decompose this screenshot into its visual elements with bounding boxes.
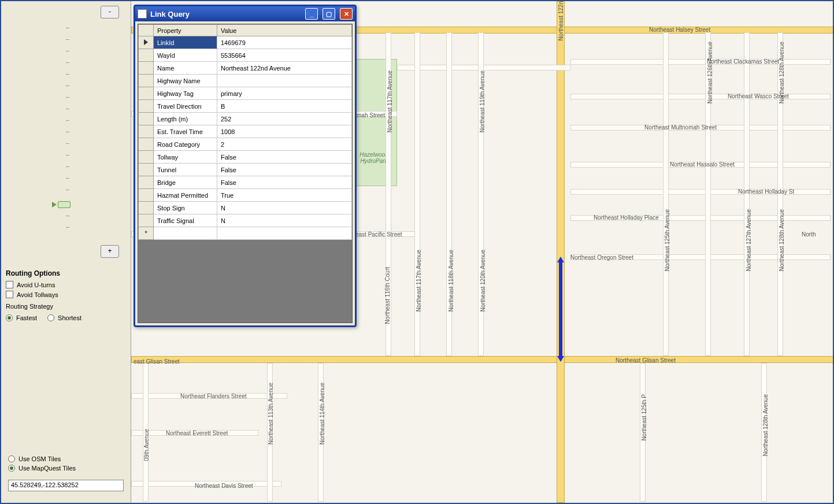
cell-property[interactable]: Est. Travel Time [154, 125, 217, 138]
row-header[interactable] [139, 214, 154, 227]
row-header[interactable]: * [139, 227, 154, 240]
cell-property[interactable]: Length (m) [154, 113, 217, 125]
cell-value[interactable]: N [217, 202, 352, 214]
street-label: Northeast 122n [558, 1, 564, 40]
avoid-tollways-row[interactable]: Avoid Tollways [6, 291, 126, 298]
grid-row[interactable]: Travel DirectionB [139, 100, 352, 113]
cell-property[interactable]: Highway Tag [154, 87, 217, 100]
grid-row[interactable]: Est. Travel Time1008 [139, 125, 352, 138]
zoom-slider-track[interactable] [60, 22, 72, 242]
radio-icon[interactable] [47, 314, 54, 321]
dialog-titlebar[interactable]: Link Query _ ▢ ✕ [135, 6, 355, 21]
cell-value[interactable]: 1469679 [217, 36, 352, 49]
property-grid[interactable]: Property Value LinkId1469679WayId5535664… [138, 24, 353, 323]
cell-value[interactable]: 2 [217, 138, 352, 151]
cell-property[interactable]: Highway Name [154, 75, 217, 87]
grid-row[interactable]: Road Category2 [139, 138, 352, 151]
grid-new-row[interactable]: * [139, 227, 352, 240]
col-property[interactable]: Property [154, 25, 217, 36]
cell-value[interactable]: False [217, 176, 352, 189]
row-header[interactable] [139, 87, 154, 100]
grid-row[interactable]: Hazmat PermittedTrue [139, 189, 352, 202]
grid-row[interactable]: Length (m)252 [139, 113, 352, 125]
row-header[interactable] [139, 151, 154, 164]
cell-property[interactable] [154, 227, 217, 240]
strategy-shortest-row[interactable]: Shortest [47, 314, 81, 321]
cell-property[interactable]: Bridge [154, 176, 217, 189]
shortest-label: Shortest [58, 314, 81, 321]
cell-property[interactable]: WayId [154, 49, 217, 62]
radio-icon[interactable] [8, 465, 15, 472]
radio-icon[interactable] [8, 455, 15, 462]
zoom-in-button[interactable]: + [101, 245, 119, 258]
coordinates-field[interactable]: 45.528249,-122.538252 [8, 480, 124, 491]
checkbox-icon[interactable] [6, 291, 13, 298]
grid-corner[interactable] [139, 25, 154, 36]
grid-row[interactable]: Highway Tagprimary [139, 87, 352, 100]
maximize-button[interactable]: ▢ [323, 8, 335, 20]
cell-value[interactable]: Northeast 122nd Avenue [217, 62, 352, 75]
strategy-fastest-row[interactable]: Fastest [6, 314, 37, 321]
row-header[interactable] [139, 189, 154, 202]
grid-row[interactable]: NameNortheast 122nd Avenue [139, 62, 352, 75]
cell-property[interactable]: Name [154, 62, 217, 75]
grid-row[interactable]: TollwayFalse [139, 151, 352, 164]
street-label: Northeast Clackamas Street [707, 58, 779, 65]
row-header[interactable] [139, 49, 154, 62]
grid-row[interactable]: Highway Name [139, 75, 352, 87]
grid-row[interactable]: Traffic SignalN [139, 214, 352, 227]
cell-value[interactable]: False [217, 151, 352, 164]
cell-property[interactable]: Travel Direction [154, 100, 217, 113]
cell-property[interactable]: Tollway [154, 151, 217, 164]
grid-row[interactable]: TunnelFalse [139, 164, 352, 176]
mapquest-tiles-row[interactable]: Use MapQuest Tiles [8, 465, 76, 472]
cell-value[interactable]: primary [217, 87, 352, 100]
close-button[interactable]: ✕ [340, 8, 353, 20]
link-query-dialog[interactable]: Link Query _ ▢ ✕ Property Value LinkId14… [134, 5, 357, 327]
row-header[interactable] [139, 164, 154, 176]
row-header[interactable] [139, 62, 154, 75]
row-header[interactable] [139, 100, 154, 113]
cell-value[interactable] [217, 227, 352, 240]
osm-tiles-row[interactable]: Use OSM Tiles [8, 455, 76, 462]
grid-row[interactable]: BridgeFalse [139, 176, 352, 189]
col-value[interactable]: Value [217, 25, 352, 36]
cell-value[interactable]: B [217, 100, 352, 113]
grid-row[interactable]: WayId5535664 [139, 49, 352, 62]
avoid-uturns-row[interactable]: Avoid U-turns [6, 281, 126, 288]
current-row-icon [144, 39, 148, 45]
cell-property[interactable]: Traffic Signal [154, 214, 217, 227]
cell-value[interactable]: 252 [217, 113, 352, 125]
grid-row[interactable]: LinkId1469679 [139, 36, 352, 49]
cell-property[interactable]: Road Category [154, 138, 217, 151]
road-122nd [557, 1, 565, 503]
cell-value[interactable]: 1008 [217, 125, 352, 138]
street-label: Northeast 114th Avenue [319, 383, 325, 444]
routing-heading: Routing Options [6, 269, 126, 277]
minimize-button[interactable]: _ [305, 8, 318, 20]
cell-property[interactable]: LinkId [154, 36, 217, 49]
road-minor [397, 65, 570, 71]
cell-value[interactable]: 5535664 [217, 49, 352, 62]
cell-property[interactable]: Tunnel [154, 164, 217, 176]
row-header[interactable] [139, 138, 154, 151]
grid-row[interactable]: Stop SignN [139, 202, 352, 214]
cell-property[interactable]: Hazmat Permitted [154, 189, 217, 202]
cell-value[interactable]: True [217, 189, 352, 202]
row-header[interactable] [139, 202, 154, 214]
cell-value[interactable] [217, 75, 352, 87]
zoom-out-button[interactable]: - [101, 6, 119, 18]
row-header[interactable] [139, 125, 154, 138]
row-header[interactable] [139, 75, 154, 87]
cell-value[interactable]: False [217, 164, 352, 176]
checkbox-icon[interactable] [6, 281, 13, 288]
row-header[interactable] [139, 176, 154, 189]
row-header[interactable] [139, 113, 154, 125]
cell-property[interactable]: Stop Sign [154, 202, 217, 214]
row-header[interactable] [139, 36, 154, 49]
cell-value[interactable]: N [217, 214, 352, 227]
selected-link-segment[interactable] [559, 261, 562, 358]
zoom-slider-thumb[interactable] [58, 201, 71, 208]
street-label: Northeast 128th Avenue [779, 42, 785, 103]
radio-icon[interactable] [6, 314, 13, 321]
